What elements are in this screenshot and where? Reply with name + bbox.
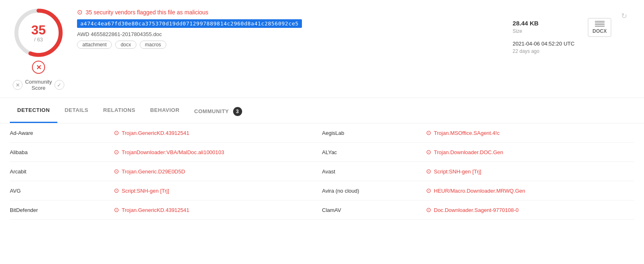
dismiss-button[interactable]: ✕ <box>13 80 23 90</box>
docx-icon-lines <box>595 21 605 27</box>
tags-row: attachment docx macros <box>77 41 503 49</box>
table-row: Arcabit ⊙ Trojan.Generic.D29E0D5D Avast … <box>10 162 634 181</box>
threat-4-2: ⊙ HEUR/Macro.Downloader.MRWQ.Gen <box>426 187 634 194</box>
size-label: Size <box>512 28 522 34</box>
threat-icon-1-2: ⊙ <box>426 129 431 137</box>
vendor-3-1: Arcabit <box>10 168 114 175</box>
top-section: 35 / 63 ✕ ✕ CommunityScore ✓ ⊙ 35 securi… <box>0 0 644 98</box>
docx-line-2 <box>595 23 605 23</box>
filename: AWD 4655822861-2017804355.doc <box>77 31 503 37</box>
threat-icon-2-2: ⊙ <box>426 148 431 156</box>
alert-message: 35 security vendors flagged this file as… <box>86 9 209 16</box>
detection-table: Ad-Aware ⊙ Trojan.GenericKD.43912541 Aeg… <box>0 123 644 220</box>
vendor-4-1: AVG <box>10 188 114 194</box>
tag-macros[interactable]: macros <box>140 41 166 49</box>
tabs-section: DETECTION DETAILS RELATIONS BEHAVIOR COM… <box>0 101 644 123</box>
page-wrapper: 35 / 63 ✕ ✕ CommunityScore ✓ ⊙ 35 securi… <box>0 0 644 264</box>
file-meta: 28.44 KB Size 2021-04-06 04:52:20 UTC 22… <box>512 8 578 54</box>
table-row: Alibaba ⊙ TrojanDownloader:VBA/MalDoc.al… <box>10 143 634 162</box>
refresh-icon[interactable]: ↻ <box>621 11 627 20</box>
hash-row: a474c4ea67fd30e80ca375370d19dd0712997889… <box>77 19 503 28</box>
vendor-1-1: Ad-Aware <box>10 130 114 136</box>
file-size: 28.44 KB <box>512 20 538 27</box>
vendor-5-2: ClamAV <box>322 207 426 213</box>
docx-label: DOCX <box>592 28 607 34</box>
community-score-label: CommunityScore <box>25 79 52 91</box>
tag-docx[interactable]: docx <box>115 41 136 49</box>
docx-line-4 <box>595 26 605 27</box>
score-denom: / 63 <box>31 36 46 43</box>
vendor-3-2: Avast <box>322 168 426 175</box>
community-score-controls: ✕ CommunityScore ✓ <box>13 79 64 91</box>
alert-row: ⊙ 35 security vendors flagged this file … <box>77 8 503 16</box>
threat-5-2: ⊙ Doc.Downloader.Sagent-9770108-0 <box>426 206 634 214</box>
file-type-area: DOCX <box>588 8 611 37</box>
vendor-4-2: Avira (no cloud) <box>322 188 426 194</box>
refresh-area: ↻ <box>621 8 634 20</box>
community-score-icon: ✕ <box>32 61 45 74</box>
community-badge: 3 <box>233 107 242 116</box>
confirm-button[interactable]: ✓ <box>54 80 64 90</box>
file-date-ago: 22 days ago <box>512 48 539 54</box>
vendor-2-2: ALYac <box>322 149 426 155</box>
threat-2-2: ⊙ Trojan.Downloader.DOC.Gen <box>426 148 634 156</box>
threat-icon-4-1: ⊙ <box>114 187 119 194</box>
score-circle: 35 / 63 <box>14 8 63 57</box>
tab-behavior[interactable]: BEHAVIOR <box>143 101 187 123</box>
threat-icon-4-2: ⊙ <box>426 187 431 194</box>
docx-line-1 <box>595 21 605 22</box>
threat-icon-3-1: ⊙ <box>114 168 119 175</box>
docx-icon: DOCX <box>588 18 611 37</box>
threat-4-1: ⊙ Script:SNH-gen [Trj] <box>114 187 322 194</box>
vendor-5-1: BitDefender <box>10 207 114 213</box>
threat-icon-5-2: ⊙ <box>426 206 431 214</box>
score-area: 35 / 63 ✕ ✕ CommunityScore ✓ <box>10 8 67 91</box>
vendor-1-2: AegisLab <box>322 130 426 136</box>
table-row: BitDefender ⊙ Trojan.GenericKD.43912541 … <box>10 200 634 220</box>
tab-details[interactable]: DETAILS <box>57 101 96 123</box>
threat-icon-1-1: ⊙ <box>114 129 119 137</box>
score-value: 35 <box>31 23 46 36</box>
tab-relations[interactable]: RELATIONS <box>96 101 143 123</box>
threat-1-2: ⊙ Trojan.MSOffice.SAgent.4!c <box>426 129 634 137</box>
alert-icon: ⊙ <box>77 8 82 16</box>
tab-community[interactable]: COMMUNITY 3 <box>187 101 249 123</box>
file-date: 2021-04-06 04:52:20 UTC <box>512 41 574 47</box>
table-row: Ad-Aware ⊙ Trojan.GenericKD.43912541 Aeg… <box>10 123 634 143</box>
tab-detection[interactable]: DETECTION <box>10 101 57 123</box>
file-hash[interactable]: a474c4ea67fd30e80ca375370d19dd0712997889… <box>77 19 302 28</box>
threat-5-1: ⊙ Trojan.GenericKD.43912541 <box>114 206 322 214</box>
threat-1-1: ⊙ Trojan.GenericKD.43912541 <box>114 129 322 137</box>
threat-icon-5-1: ⊙ <box>114 206 119 214</box>
threat-2-1: ⊙ TrojanDownloader:VBA/MalDoc.ali1000103 <box>114 148 322 156</box>
threat-icon-2-1: ⊙ <box>114 148 119 156</box>
threat-icon-3-2: ⊙ <box>426 168 431 175</box>
threat-3-1: ⊙ Trojan.Generic.D29E0D5D <box>114 168 322 175</box>
tag-attachment[interactable]: attachment <box>77 41 112 49</box>
docx-line-3 <box>595 24 605 25</box>
table-row: AVG ⊙ Script:SNH-gen [Trj] Avira (no clo… <box>10 181 634 200</box>
threat-3-2: ⊙ Script:SNH-gen [Trj] <box>426 168 634 175</box>
vendor-2-1: Alibaba <box>10 149 114 155</box>
file-info: ⊙ 35 security vendors flagged this file … <box>77 8 503 49</box>
score-text: 35 / 63 <box>31 23 46 43</box>
